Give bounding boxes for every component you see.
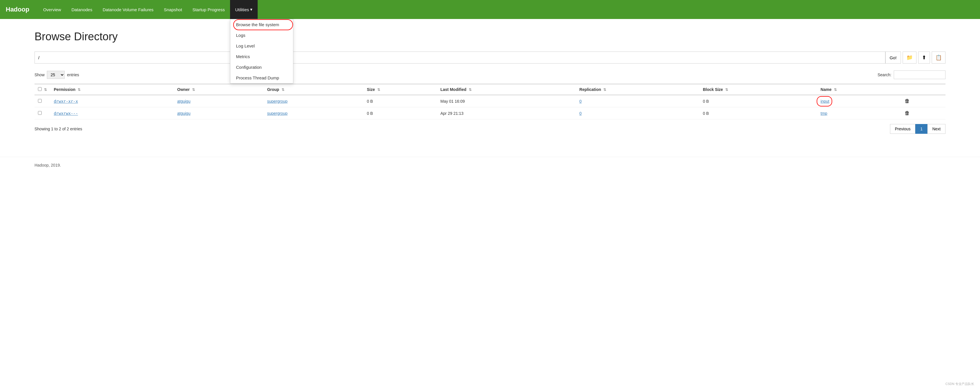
entries-label: entries [67, 72, 79, 77]
showing-text: Showing 1 to 2 of 2 entries [35, 127, 82, 131]
next-button[interactable]: Next [928, 124, 945, 134]
folder-icon-button[interactable]: 📁 [903, 51, 916, 64]
footer: Hadoop, 2019. [0, 157, 980, 173]
sort-owner-icon[interactable]: ⇅ [192, 88, 195, 92]
go-button[interactable]: Go! [885, 51, 901, 64]
col-replication: Replication ⇅ [576, 84, 699, 95]
bottom-row: Showing 1 to 2 of 2 entries Previous 1 N… [35, 124, 945, 134]
row2-block-size: 0 B [699, 107, 817, 120]
row1-delete-button[interactable]: 🗑 [905, 98, 910, 104]
table-header-row: ⇅ Permission ⇅ Owner ⇅ Group ⇅ Size ⇅ [35, 84, 945, 95]
dropdown-log-level[interactable]: Log Level [230, 41, 293, 51]
row1-checkbox-cell [35, 95, 50, 107]
upload-icon-button[interactable]: ⬆ [918, 51, 930, 64]
row1-owner: atguigu [174, 95, 264, 107]
row2-size: 0 B [363, 107, 437, 120]
row2-checkbox-cell [35, 107, 50, 120]
navbar: Hadoop Overview Datanodes Datanode Volum… [0, 0, 980, 19]
row1-checkbox[interactable] [38, 99, 42, 103]
sort-icon: ⇅ [44, 88, 47, 92]
show-label: Show [35, 72, 45, 77]
path-input[interactable] [35, 51, 885, 64]
sort-blocksize-icon[interactable]: ⇅ [725, 88, 728, 92]
nav-overview[interactable]: Overview [38, 0, 67, 19]
checkbox-header: ⇅ [35, 84, 50, 95]
nav-datanode-volume-failures[interactable]: Datanode Volume Failures [97, 0, 159, 19]
sort-permission-icon[interactable]: ⇅ [78, 88, 81, 92]
nav-snapshot[interactable]: Snapshot [159, 0, 187, 19]
row1-size: 0 B [363, 95, 437, 107]
row1-replication: 0 [576, 95, 699, 107]
dropdown-configuration[interactable]: Configuration [230, 62, 293, 72]
col-last-modified: Last Modified ⇅ [437, 84, 576, 95]
dropdown-browse-filesystem[interactable]: Browse the file system [230, 19, 293, 30]
table-row: drwxr-xr-x atguigu supergroup 0 B May 01… [35, 95, 945, 107]
path-bar: Go! 📁 ⬆ 📋 [35, 51, 945, 64]
clipboard-icon: 📋 [935, 54, 942, 61]
row1-block-size: 0 B [699, 95, 817, 107]
input-name-wrapper: input [821, 99, 829, 104]
col-permission: Permission ⇅ [50, 84, 174, 95]
sort-lastmod-icon[interactable]: ⇅ [469, 88, 472, 92]
search-label: Search: [878, 72, 891, 77]
clipboard-icon-button[interactable]: 📋 [932, 51, 945, 64]
row1-permission: drwxr-xr-x [50, 95, 174, 107]
dropdown-metrics[interactable]: Metrics [230, 51, 293, 62]
dropdown-process-thread-dump[interactable]: Process Thread Dump [230, 72, 293, 83]
col-name: Name ⇅ [817, 84, 902, 95]
search-input[interactable] [894, 70, 945, 79]
select-all-checkbox[interactable] [38, 87, 42, 91]
utilities-dropdown-menu: Browse the file system Logs Log Level Me… [230, 19, 293, 83]
row2-name-link[interactable]: tmp [821, 111, 827, 116]
sort-size-icon[interactable]: ⇅ [377, 88, 380, 92]
page-title: Browse Directory [35, 30, 945, 43]
col-owner: Owner ⇅ [174, 84, 264, 95]
dropdown-arrow-icon: ▾ [250, 7, 253, 12]
row2-replication: 0 [576, 107, 699, 120]
row1-last-modified: May 01 16:09 [437, 95, 576, 107]
nav-startup-progress[interactable]: Startup Progress [187, 0, 230, 19]
upload-icon: ⬆ [922, 54, 926, 61]
main-content: Browse Directory Go! 📁 ⬆ 📋 Show 10 25 50… [0, 19, 980, 145]
table-row: drwxrwx--- atguigu supergroup 0 B Apr 29… [35, 107, 945, 120]
col-actions [901, 84, 945, 95]
row1-delete: 🗑 [901, 95, 945, 107]
file-table: ⇅ Permission ⇅ Owner ⇅ Group ⇅ Size ⇅ [35, 84, 945, 120]
row2-name: tmp [817, 107, 902, 120]
navbar-brand[interactable]: Hadoop [6, 6, 29, 13]
sort-replication-icon[interactable]: ⇅ [603, 88, 606, 92]
row2-checkbox[interactable] [38, 111, 42, 115]
utilities-dropdown-wrapper: Utilities ▾ Browse the file system Logs … [230, 0, 258, 19]
pagination: Previous 1 Next [890, 124, 945, 134]
sort-group-icon[interactable]: ⇅ [282, 88, 285, 92]
page-1-button[interactable]: 1 [915, 124, 928, 134]
nav-utilities[interactable]: Utilities ▾ [230, 0, 258, 19]
row1-group: supergroup [264, 95, 363, 107]
row2-permission: drwxrwx--- [50, 107, 174, 120]
col-block-size: Block Size ⇅ [699, 84, 817, 95]
col-group: Group ⇅ [264, 84, 363, 95]
row2-owner: atguigu [174, 107, 264, 120]
nav-datanodes[interactable]: Datanodes [66, 0, 97, 19]
row1-name: input [817, 95, 902, 107]
row2-delete: 🗑 [901, 107, 945, 120]
dropdown-logs[interactable]: Logs [230, 30, 293, 41]
controls-row: Show 10 25 50 100 entries Search: [35, 70, 945, 79]
folder-icon: 📁 [906, 54, 913, 61]
show-entries: Show 10 25 50 100 entries [35, 71, 79, 79]
row2-last-modified: Apr 29 21:13 [437, 107, 576, 120]
navbar-links: Overview Datanodes Datanode Volume Failu… [38, 0, 258, 19]
previous-button[interactable]: Previous [890, 124, 915, 134]
footer-text: Hadoop, 2019. [35, 163, 61, 167]
sort-name-icon[interactable]: ⇅ [834, 88, 837, 92]
row1-name-link[interactable]: input [821, 99, 829, 104]
entries-select[interactable]: 10 25 50 100 [47, 71, 65, 79]
search-area: Search: [878, 70, 945, 79]
col-size: Size ⇅ [363, 84, 437, 95]
row2-delete-button[interactable]: 🗑 [905, 110, 910, 116]
row2-group: supergroup [264, 107, 363, 120]
